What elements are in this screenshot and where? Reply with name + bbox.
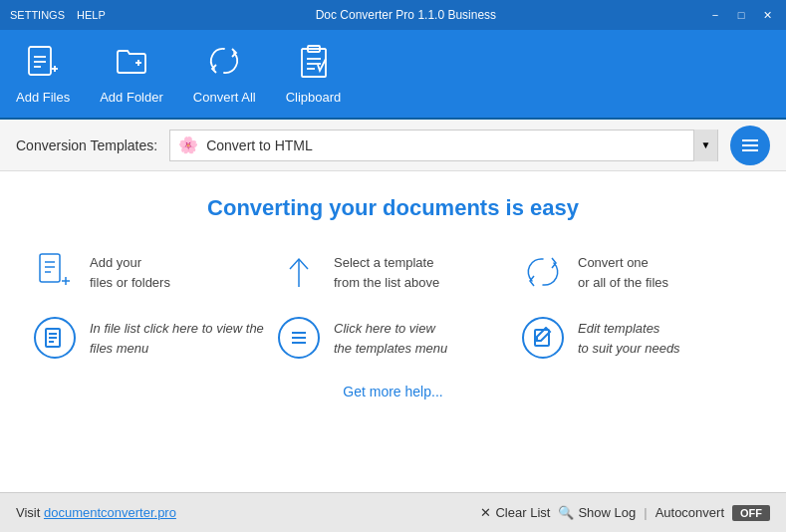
add-folder-icon	[114, 43, 149, 84]
feature-edit-templates: Edit templatesto suit your needs	[520, 315, 754, 361]
website-link[interactable]: documentconverter.pro	[44, 505, 176, 520]
show-log-label: Show Log	[578, 505, 636, 520]
feature-convert-files-icon	[520, 249, 566, 295]
templates-menu-circle-icon	[278, 317, 320, 359]
templates-bar: Conversion Templates: 🌸 Convert to HTML …	[0, 120, 786, 171]
main-title: Converting your documents is easy	[32, 195, 754, 221]
feature-templates-menu: Click here to viewthe templates menu	[276, 315, 510, 361]
add-files-label: Add Files	[16, 90, 70, 105]
feature-convert-files-text: Convert oneor all of the files	[578, 249, 668, 292]
feature-templates-menu-icon	[276, 315, 322, 361]
templates-label: Conversion Templates:	[16, 137, 157, 153]
menu-button[interactable]	[730, 126, 770, 165]
title-bar-settings[interactable]: SETTINGS HELP	[10, 9, 106, 21]
clipboard-label: Clipboard	[286, 90, 342, 105]
add-files-icon	[25, 43, 61, 84]
title-bar: SETTINGS HELP Doc Converter Pro 1.1.0 Bu…	[0, 0, 786, 30]
feature-add-files-icon	[32, 249, 78, 295]
main-content: Converting your documents is easy Add yo…	[0, 171, 786, 492]
feature-file-menu-icon	[32, 315, 78, 361]
feature-convert-files: Convert oneor all of the files	[520, 249, 754, 295]
status-right: ✕ Clear List 🔍 Show Log | Autoconvert OF…	[480, 505, 770, 521]
feature-edit-templates-icon	[520, 315, 566, 361]
window-controls[interactable]: − □ ✕	[706, 6, 776, 24]
features-grid: Add yourfiles or folders Select a templa…	[32, 249, 754, 361]
feature-templates-menu-text: Click here to viewthe templates menu	[334, 315, 447, 358]
add-files-button[interactable]: Add Files	[16, 43, 70, 105]
convert-all-button[interactable]: Convert All	[193, 43, 256, 105]
show-log-button[interactable]: 🔍 Show Log	[558, 505, 636, 520]
status-bar: Visit documentconverter.pro ✕ Clear List…	[0, 492, 786, 532]
feature-add-files: Add yourfiles or folders	[32, 249, 266, 295]
templates-select-wrapper[interactable]: 🌸 Convert to HTML ▼	[169, 130, 718, 161]
feature-select-template-text: Select a templatefrom the list above	[334, 249, 439, 292]
status-visit: Visit documentconverter.pro	[16, 505, 176, 520]
menu-icon	[740, 135, 760, 155]
feature-select-template: Select a templatefrom the list above	[276, 249, 510, 295]
templates-dropdown-button[interactable]: ▼	[693, 130, 717, 161]
feature-file-menu: In file list click here to view the file…	[32, 315, 266, 361]
clipboard-icon	[296, 43, 332, 84]
autoconvert-label: Autoconvert	[655, 505, 724, 520]
clipboard-button[interactable]: Clipboard	[286, 43, 342, 105]
svg-rect-16	[40, 254, 60, 282]
svg-rect-0	[29, 47, 51, 75]
feature-select-template-icon	[276, 249, 322, 295]
clear-list-x-icon: ✕	[480, 505, 491, 520]
get-help-link[interactable]: Get more help...	[343, 384, 442, 399]
convert-all-label: Convert All	[193, 90, 256, 105]
visit-text: Visit	[16, 505, 40, 520]
feature-file-menu-text: In file list click here to view the file…	[90, 315, 266, 358]
svg-rect-8	[302, 49, 326, 77]
clear-list-label: Clear List	[495, 505, 550, 520]
get-help-section: Get more help...	[32, 383, 754, 400]
add-folder-button[interactable]: Add Folder	[100, 43, 163, 105]
show-log-search-icon: 🔍	[558, 505, 574, 520]
file-menu-circle-icon	[34, 317, 76, 359]
clear-list-button[interactable]: ✕ Clear List	[480, 505, 550, 520]
maximize-button[interactable]: □	[732, 6, 750, 24]
convert-all-icon	[206, 43, 242, 84]
add-folder-label: Add Folder	[100, 90, 163, 105]
help-link[interactable]: HELP	[77, 9, 106, 21]
close-button[interactable]: ✕	[758, 6, 776, 24]
autoconvert-toggle[interactable]: OFF	[732, 505, 770, 521]
settings-link[interactable]: SETTINGS	[10, 9, 65, 21]
minimize-button[interactable]: −	[706, 6, 724, 24]
edit-templates-circle-icon	[522, 317, 564, 359]
template-selected-value: Convert to HTML	[206, 137, 693, 153]
feature-add-files-text: Add yourfiles or folders	[90, 249, 170, 292]
toolbar: Add Files Add Folder Convert All	[0, 30, 786, 120]
feature-edit-templates-text: Edit templatesto suit your needs	[578, 315, 680, 358]
separator: |	[644, 505, 647, 520]
template-icon: 🌸	[178, 135, 198, 154]
app-title: Doc Converter Pro 1.1.0 Business	[106, 8, 706, 22]
